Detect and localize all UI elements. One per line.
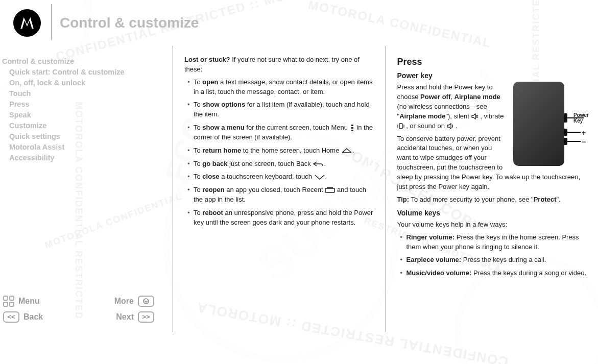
toc-link-speak[interactable]: Speak	[9, 110, 163, 120]
vibrate-icon	[397, 123, 404, 129]
svg-point-0	[143, 299, 149, 304]
bullet-close-keyboard: To close a touchscreen keyboard, touch .	[187, 172, 374, 182]
back-icon	[313, 161, 324, 167]
more-label: More	[114, 296, 134, 307]
power-key-heading: Power key	[397, 70, 587, 81]
content-column-2: Press Power key Power Key + − Press and …	[386, 46, 599, 332]
phone-diagram: Power Key + −	[510, 82, 587, 168]
svg-rect-2	[351, 127, 353, 129]
bullet-reboot: To reboot an unresponsive phone, press a…	[187, 208, 374, 228]
bullet-open: To open a text message, show contact det…	[187, 78, 374, 97]
toc-link-on-off-lock[interactable]: On, off, lock & unlock	[9, 78, 163, 88]
svg-rect-4	[325, 188, 334, 192]
next-button[interactable]: Next >>	[116, 311, 154, 323]
menu-label: Menu	[18, 296, 40, 307]
svg-rect-5	[327, 187, 333, 188]
back-arrow-icon: <<	[3, 311, 19, 323]
motorola-m-icon	[19, 15, 35, 31]
toc-link-motorola-assist[interactable]: Motorola Assist	[9, 142, 163, 153]
header-divider	[51, 4, 52, 40]
back-label: Back	[23, 311, 43, 323]
bullet-show-menu: To show a menu for the current screen, t…	[187, 123, 374, 142]
page-header: Control & customize	[0, 0, 598, 46]
close-keyboard-icon	[314, 174, 325, 180]
menu-button[interactable]: Menu	[3, 296, 40, 307]
volume-down-icon: −	[582, 137, 586, 147]
toc-link-touch[interactable]: Touch	[9, 88, 163, 99]
power-key-tip: Tip: To add more security to your phone,…	[397, 195, 587, 205]
toc-link-quick-settings[interactable]: Quick settings	[9, 131, 163, 142]
bullet-return-home: To return home to the home screen, touch…	[187, 146, 374, 156]
nav-button-group: Menu More << Back Next >>	[2, 292, 163, 332]
bullet-music-volume: Music/video volume: Press the keys durin…	[400, 269, 587, 278]
press-heading: Press	[397, 55, 587, 68]
more-icon	[138, 296, 154, 307]
sidebar: Control & customize Quick start: Control…	[0, 46, 173, 332]
bullet-show-options: To show options for a list item (if avai…	[187, 100, 374, 119]
toc-link-control-customize[interactable]: Control & customize	[2, 56, 163, 67]
volume-keys-heading: Volume keys	[397, 208, 587, 218]
table-of-contents: Control & customize Quick start: Control…	[2, 56, 163, 163]
power-key-anno: Power Key	[573, 112, 589, 124]
page-title: Control & customize	[60, 13, 199, 33]
more-button[interactable]: More	[114, 296, 154, 307]
toc-link-press[interactable]: Press	[9, 99, 163, 110]
svg-rect-1	[351, 125, 353, 126]
toc-link-customize[interactable]: Customize	[9, 120, 163, 131]
next-label: Next	[116, 311, 134, 323]
bullet-ringer-volume: Ringer volume: Press the keys in the hom…	[400, 233, 587, 252]
bullet-reopen: To reopen an app you closed, touch Recen…	[187, 185, 374, 205]
silent-icon	[471, 113, 479, 119]
motorola-logo	[13, 9, 41, 37]
next-arrow-icon: >>	[138, 311, 154, 323]
home-icon	[341, 148, 352, 154]
menu-grid-icon	[3, 296, 14, 307]
sound-on-icon	[447, 123, 454, 129]
toc-link-accessibility[interactable]: Accessibility	[9, 153, 163, 163]
content-column-1: Lost or stuck? If you're not sure what t…	[173, 46, 386, 332]
svg-rect-8	[399, 124, 402, 129]
toc-link-quick-start[interactable]: Quick start: Control & customize	[9, 67, 163, 78]
recent-icon	[325, 187, 335, 193]
lost-or-stuck-intro: Lost or stuck? If you're not sure what t…	[184, 55, 374, 75]
volume-intro: Your volume keys help in a few ways:	[397, 220, 587, 230]
back-button[interactable]: << Back	[3, 311, 43, 323]
bullet-go-back: To go back just one screen, touch Back .	[187, 159, 374, 169]
svg-rect-3	[351, 130, 353, 131]
menu-dots-icon	[350, 125, 355, 132]
bullet-earpiece-volume: Earpiece volume: Press the keys during a…	[400, 255, 587, 265]
